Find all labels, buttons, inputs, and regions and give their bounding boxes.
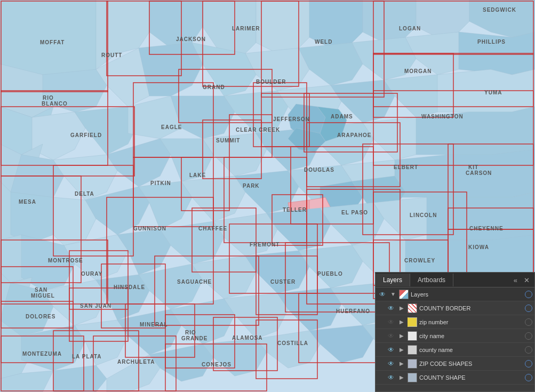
county-label-jefferson: JEFFERSON: [273, 116, 310, 122]
expand-arrow-zip-number[interactable]: ▶: [398, 319, 405, 325]
county-label-elpaso: EL PASO: [341, 210, 368, 215]
layer-indicator-county-shape[interactable]: [525, 374, 532, 381]
layer-group-row[interactable]: 👁 ▼ Layers: [376, 287, 534, 301]
county-label-jackson: JACKSON: [176, 36, 206, 42]
county-label-eagle: EAGLE: [161, 124, 182, 130]
panel-close-button[interactable]: ✕: [521, 275, 532, 285]
county-label-moffat: MOFFAT: [40, 39, 65, 45]
panel-header: Layers Artboards « ✕: [376, 273, 534, 287]
layer-thumb-county-border: [408, 303, 417, 313]
expand-arrow-zip-code-shapes[interactable]: ▶: [398, 361, 405, 366]
county-label-sedgwick: SEDGWICK: [483, 7, 516, 13]
layer-name-zip-code-shapes: ZIP CODE SHAPES: [419, 361, 523, 367]
expand-arrow-city-name[interactable]: ▶: [398, 333, 405, 339]
county-label-morgan: MORGAN: [404, 68, 432, 74]
visibility-icon-county-shape[interactable]: 👁: [386, 374, 396, 381]
layer-row-county-name[interactable]: 👁 ▶ county name: [376, 343, 534, 357]
layers-panel: Layers Artboards « ✕ 👁 ▼ Layers 👁 ▶ COUN…: [375, 272, 535, 392]
county-label-montrose: MONTROSE: [48, 258, 83, 263]
county-label-laplata: LA PLATA: [72, 354, 102, 359]
layer-name-county-shape: COUNTY SHAPE: [419, 374, 523, 381]
county-label-costilla: COSTILLA: [277, 340, 308, 346]
expand-arrow-county-border[interactable]: ▶: [398, 305, 405, 311]
county-label-elbert: ELBERT: [394, 164, 418, 170]
visibility-icon-zip-code-shapes[interactable]: 👁: [386, 360, 396, 367]
layer-row-zip-number[interactable]: 👁 ▶ zip number: [376, 315, 534, 329]
county-label-garfield: GARFIELD: [70, 132, 102, 138]
county-label-phillips: PHILLIPS: [477, 39, 506, 45]
layer-row-county-border[interactable]: 👁 ▶ COUNTY BORDER: [376, 301, 534, 315]
layer-indicator-zip-number[interactable]: [525, 318, 532, 326]
county-label-mineral: MINERAL: [140, 322, 168, 327]
county-label-washington: WASHINGTON: [421, 114, 464, 119]
county-label-grand: GRAND: [203, 84, 225, 90]
visibility-icon-city-name[interactable]: 👁: [386, 332, 396, 340]
county-label-conejos: CONEJOS: [202, 362, 231, 367]
county-label-hinsdale: HINSDALE: [114, 284, 145, 290]
county-label-riogrand2: GRANDE: [181, 335, 207, 341]
visibility-icon-layers[interactable]: 👁: [378, 291, 387, 298]
county-label-lincoln: LINCOLN: [410, 212, 437, 218]
layer-thumb-group: [399, 290, 409, 299]
layer-indicator-county-border[interactable]: [525, 305, 532, 312]
panel-controls: « ✕: [511, 273, 534, 287]
layer-indicator-zip-code-shapes[interactable]: [525, 360, 532, 367]
svg-marker-66: [427, 192, 535, 240]
panel-collapse-button[interactable]: «: [511, 275, 520, 285]
county-label-logan: LOGAN: [399, 26, 421, 31]
tab-artboards[interactable]: Artboards: [410, 274, 453, 286]
county-label-kitcarson: KIT: [468, 164, 478, 170]
visibility-icon-zip-number[interactable]: 👁: [386, 318, 396, 326]
layer-name-layers: Layers: [411, 291, 523, 298]
layer-name-county-name: county name: [419, 347, 523, 353]
county-label-sanjuan: SAN JUAN: [80, 303, 111, 309]
county-label-mesa: MESA: [19, 199, 36, 205]
layer-thumb-zip-number: [408, 317, 417, 327]
county-label-delta: DELTA: [75, 191, 94, 197]
county-label-sanmiguel: SAN: [35, 287, 47, 293]
county-label-archuleta: ARCHULETA: [117, 359, 155, 365]
layer-indicator-county-name[interactable]: [525, 346, 532, 354]
svg-marker-5: [256, 0, 309, 53]
county-label-gunnison: GUNNISON: [133, 226, 166, 231]
layer-thumb-zip-code-shapes: [408, 359, 417, 369]
county-label-sanmiguel2: MIGUEL: [31, 293, 55, 299]
county-label-montezuma: MONTEZUMA: [22, 351, 62, 357]
layer-row-zip-code-shapes[interactable]: 👁 ▶ ZIP CODE SHAPES: [376, 357, 534, 371]
county-label-summit: SUMMIT: [216, 138, 240, 143]
county-label-pueblo: PUEBLO: [317, 271, 343, 277]
layer-row-county-shape[interactable]: 👁 ▶ COUNTY SHAPE: [376, 371, 534, 385]
layer-thumb-county-name: [408, 345, 417, 355]
county-label-chaffee: CHAFFEE: [198, 226, 227, 231]
county-label-weld: WELD: [315, 39, 332, 45]
county-label-yuma: YUMA: [484, 90, 502, 95]
county-label-kiowa: KIOWA: [468, 244, 489, 250]
layer-thumb-county-shape: [408, 373, 417, 382]
county-label-cheyenne: CHEYENNE: [469, 226, 504, 231]
tab-layers[interactable]: Layers: [376, 274, 410, 286]
visibility-icon-county-name[interactable]: 👁: [386, 346, 396, 354]
panel-body[interactable]: 👁 ▼ Layers 👁 ▶ COUNTY BORDER 👁 ▶ zip num…: [376, 287, 534, 391]
county-label-crowley: CROWLEY: [404, 258, 435, 263]
county-label-arapahoe: ARAPAHOE: [337, 132, 371, 138]
county-label-teller: TELLER: [283, 207, 307, 213]
layer-indicator-layers[interactable]: [525, 291, 532, 298]
layer-indicator-city-name[interactable]: [525, 332, 532, 340]
county-label-park: PARK: [243, 183, 260, 189]
county-label-rioblanco: RIO: [43, 95, 54, 101]
county-label-clearcreek: CLEAR CREEK: [236, 127, 280, 133]
layer-row-city-name[interactable]: 👁 ▶ city name: [376, 329, 534, 343]
layer-thumb-city-name: [408, 331, 417, 341]
visibility-icon-county-border[interactable]: 👁: [386, 305, 396, 312]
county-label-alamosa: ALAMOSA: [232, 335, 263, 341]
expand-arrow-county-name[interactable]: ▶: [398, 347, 405, 353]
county-label-larimer: LARIMER: [232, 26, 260, 31]
county-label-boulder: BOULDER: [256, 79, 286, 85]
county-label-rioblanco2: BLANCO: [42, 101, 68, 107]
county-label-lake: LAKE: [189, 172, 206, 178]
expand-arrow-county-shape[interactable]: ▶: [398, 374, 405, 380]
expand-arrow-layers[interactable]: ▼: [389, 291, 397, 297]
county-label-fremont: FREMONT: [250, 242, 280, 247]
layer-name-county-border: COUNTY BORDER: [419, 305, 523, 311]
county-label-pitkin: PITKIN: [150, 180, 171, 186]
